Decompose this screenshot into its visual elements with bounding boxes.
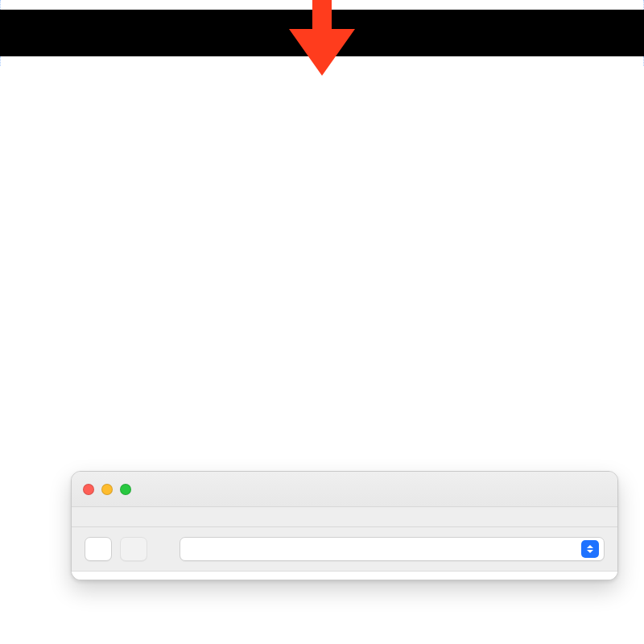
minimize-icon[interactable] [101,484,113,495]
window-controls [72,484,131,495]
panel-toolbar [72,527,617,571]
separator-bar [0,10,644,56]
updown-icon [581,540,599,558]
zoom-icon[interactable] [120,484,131,495]
sort-select[interactable] [180,537,605,561]
new-button[interactable] [85,537,112,561]
panel-titlebar[interactable] [72,472,617,507]
close-icon[interactable] [83,484,94,495]
names-panel [71,471,618,580]
arrow-down-icon [286,0,358,77]
names-list [72,571,617,580]
delete-button[interactable] [120,537,147,561]
panel-subtitle [72,507,617,527]
